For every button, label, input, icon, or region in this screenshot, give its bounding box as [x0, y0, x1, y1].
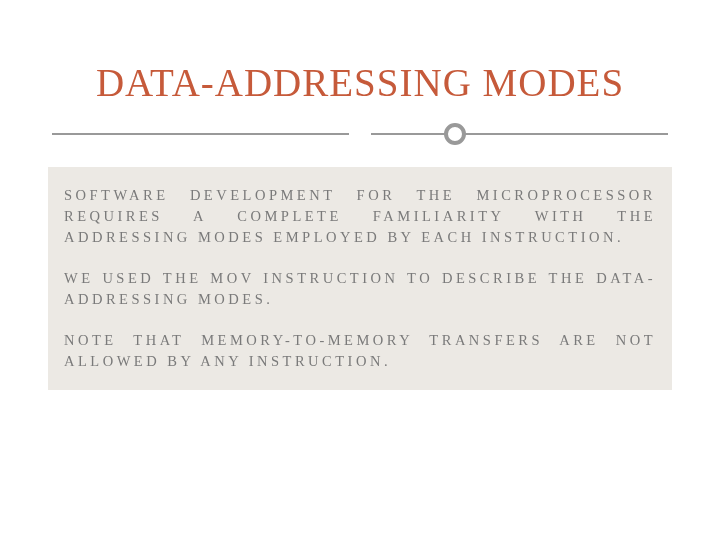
paragraph-1: SOFTWARE DEVELOPMENT FOR THE MICROPROCES… — [64, 185, 656, 248]
slide-title: DATA-ADDRESSING MODES — [50, 60, 670, 105]
title-divider — [50, 123, 670, 145]
divider-circle-icon — [444, 123, 466, 145]
slide: DATA-ADDRESSING MODES SOFTWARE DEVELOPME… — [0, 0, 720, 540]
body-content: SOFTWARE DEVELOPMENT FOR THE MICROPROCES… — [48, 167, 672, 390]
divider-line-right — [371, 133, 668, 135]
paragraph-3: NOTE THAT MEMORY-TO-MEMORY TRANSFERS ARE… — [64, 330, 656, 372]
paragraph-2: WE USED THE MOV INSTRUCTION TO DESCRIBE … — [64, 268, 656, 310]
divider-line-left — [52, 133, 349, 135]
